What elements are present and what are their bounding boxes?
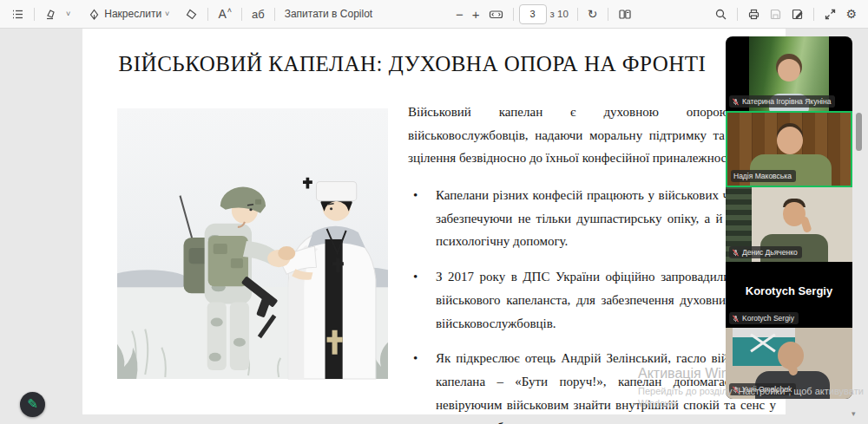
plus-icon: + — [472, 8, 480, 21]
video-call-panel: Катерина Ігорівна Якуніна Надія Маковськ… — [726, 36, 852, 399]
participant-face — [777, 127, 803, 154]
panel-scrollbar-thumb[interactable] — [856, 113, 862, 151]
participant-tile-korotych[interactable]: Korotych Sergiy Korotych Sergiy — [726, 262, 852, 328]
fullscreen-icon — [824, 8, 837, 21]
zoom-in-button[interactable]: + — [468, 5, 484, 23]
participant-name: Денис Дьяченко — [742, 248, 798, 257]
highlighter-dropdown[interactable]: ˅ — [62, 8, 75, 21]
participant-name: Надія Маковська — [733, 172, 792, 180]
page-view-button[interactable] — [614, 5, 636, 23]
divider — [813, 8, 814, 21]
participant-name-badge: Денис Дьяченко — [729, 246, 802, 258]
participant-tile-katerina[interactable]: Катерина Ігорівна Якуніна — [726, 36, 852, 111]
zoom-out-button[interactable]: − — [451, 5, 468, 23]
read-aloud-icon: A — [218, 8, 226, 20]
two-page-view-icon — [618, 8, 632, 21]
chaplain-soldier-illustration — [117, 108, 388, 380]
save-as-icon — [791, 8, 804, 21]
bullet-item: З 2017 року в ДПС України офіційно запро… — [408, 265, 776, 335]
search-button[interactable] — [710, 5, 732, 23]
print-icon — [747, 8, 760, 21]
ask-copilot-button[interactable]: Запитати в Copilot — [280, 5, 378, 23]
translate-icon: аб — [252, 9, 265, 20]
fit-width-button[interactable] — [484, 5, 508, 23]
pencil-icon: ✎ — [27, 397, 38, 410]
page-number-input[interactable] — [519, 4, 547, 24]
participant-name: Korotych Sergiy — [742, 314, 794, 323]
print-button[interactable] — [743, 5, 765, 23]
intro-paragraph: Військовий капелан є духовною опорою для… — [408, 101, 776, 170]
participant-face — [778, 59, 800, 82]
rotate-icon: ↻ — [588, 8, 598, 20]
minus-icon: − — [456, 8, 464, 21]
windows-activation-watermark-line2: Windows. — [638, 398, 680, 408]
participant-name: Катерина Ігорівна Якуніна — [742, 97, 831, 106]
save-icon — [769, 8, 782, 21]
fit-width-icon — [489, 8, 503, 21]
rotate-button[interactable]: ↻ — [583, 5, 602, 23]
participant-name-badge: Катерина Ігорівна Якуніна — [729, 95, 835, 108]
slide-title: ВІЙСЬКОВИЙ КАПЕЛАН: ДУХОВНА ОПОРА НА ФРО… — [82, 52, 742, 76]
highlighter-icon — [44, 8, 57, 21]
flag-top-strip — [733, 328, 795, 337]
highlighter-button[interactable] — [40, 5, 62, 23]
page-total-label: з 10 — [550, 9, 569, 19]
participant-name-badge: Надія Маковська — [731, 170, 796, 182]
divider — [513, 8, 514, 21]
eraser-button[interactable] — [181, 5, 202, 23]
draw-pen-icon — [88, 8, 101, 21]
divider — [608, 8, 608, 21]
save-as-button[interactable] — [786, 5, 808, 23]
chevron-down-icon: ˅ — [66, 10, 70, 18]
divider — [274, 8, 275, 21]
mic-muted-icon — [732, 249, 740, 257]
gear-icon: ⚙ — [845, 8, 857, 20]
participant-hand — [799, 216, 812, 233]
eraser-icon — [185, 8, 198, 21]
mic-muted-icon — [732, 98, 740, 106]
read-aloud-button[interactable]: A ˄ — [214, 5, 236, 23]
translate-button[interactable]: аб — [247, 6, 269, 23]
divider — [737, 8, 738, 21]
search-icon — [714, 8, 727, 21]
mic-muted-icon — [732, 315, 740, 323]
bullet-item: Капелани різних конфесій працюють у війс… — [408, 184, 776, 253]
annotate-fab-button[interactable]: ✎ — [20, 392, 45, 417]
fullscreen-button[interactable] — [819, 5, 841, 23]
divider — [207, 8, 208, 21]
pdf-page: ВІЙСЬКОВИЙ КАПЕЛАН: ДУХОВНА ОПОРА НА ФРО… — [82, 28, 786, 414]
scroll-down-arrow[interactable]: ▾ — [852, 409, 856, 418]
windows-activation-watermark-line: Перейдіть до розділу "Настройки", щоб ак… — [638, 386, 864, 396]
divider — [34, 8, 35, 21]
participant-tile-denys[interactable]: Денис Дьяченко — [726, 187, 852, 262]
participant-name-badge: Korotych Sergiy — [729, 312, 799, 324]
read-aloud-mark: ˄ — [227, 7, 232, 15]
table-of-contents-button[interactable] — [7, 5, 29, 23]
participant-center-name: Korotych Sergiy — [726, 284, 852, 297]
divider — [577, 8, 578, 21]
ask-copilot-label: Запитати в Copilot — [285, 8, 373, 20]
toc-icon — [11, 8, 24, 21]
divider — [241, 8, 242, 21]
pdf-toolbar: ˅ Накреслити ˅ A ˄ аб Запитати в Copilot… — [0, 0, 868, 29]
chevron-down-icon: ˅ — [165, 10, 169, 18]
draw-label: Накреслити — [104, 8, 161, 20]
draw-button[interactable]: Накреслити ˅ — [83, 5, 174, 23]
participant-tile-nadiia[interactable]: Надія Маковська — [726, 111, 852, 187]
settings-button[interactable]: ⚙ — [841, 5, 861, 23]
save-button — [765, 5, 786, 23]
